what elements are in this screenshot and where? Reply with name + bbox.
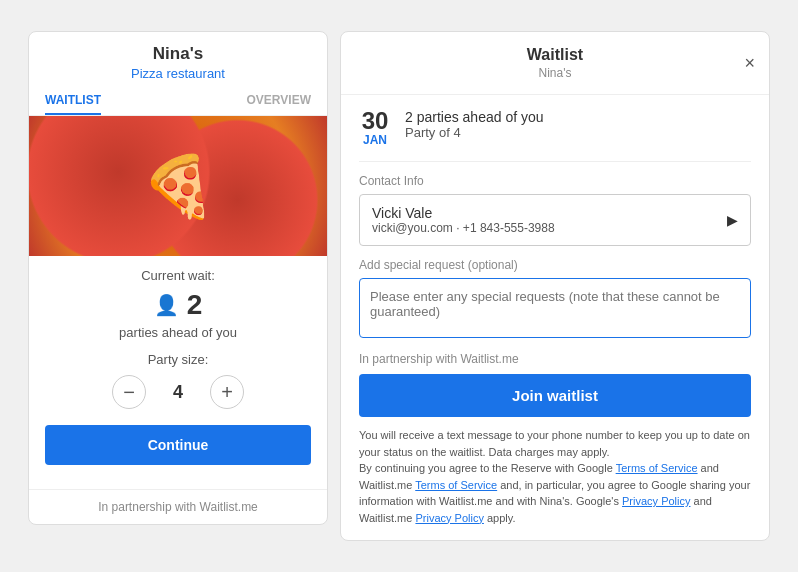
date-block: 30 JAN <box>359 109 391 147</box>
current-wait-label: Current wait: <box>45 268 311 283</box>
left-tabs: WAITLIST OVERVIEW <box>29 85 327 116</box>
right-header: Waitlist Nina's × <box>341 32 769 95</box>
contact-box[interactable]: Vicki Vale vicki@you.com · +1 843-555-39… <box>359 194 751 246</box>
privacy-policy-link-2[interactable]: Privacy Policy <box>415 512 483 524</box>
party-count: 4 <box>166 382 190 403</box>
special-request-label: Add special request (optional) <box>359 258 751 272</box>
party-of: Party of 4 <box>405 125 544 140</box>
date-month: JAN <box>359 133 391 147</box>
tab-waitlist[interactable]: WAITLIST <box>45 93 101 115</box>
legal-text-2: By continuing you agree to the Reserve w… <box>359 460 751 526</box>
right-subtitle: Nina's <box>527 66 583 80</box>
left-body: Current wait: 👤 2 parties ahead of you P… <box>29 256 327 489</box>
decrement-button[interactable]: − <box>112 375 146 409</box>
right-header-center: Waitlist Nina's <box>527 46 583 80</box>
left-header: Nina's Pizza restaurant <box>29 32 327 85</box>
continue-button[interactable]: Continue <box>45 425 311 465</box>
left-footer: In partnership with Waitlist.me <box>29 489 327 524</box>
terms-of-service-link-1[interactable]: Terms of Service <box>616 462 698 474</box>
terms-of-service-link-2[interactable]: Terms of Service <box>415 479 497 491</box>
date-info: 2 parties ahead of you Party of 4 <box>405 109 544 140</box>
restaurant-type: Pizza restaurant <box>37 66 319 81</box>
right-panel: Waitlist Nina's × 30 JAN 2 parties ahead… <box>340 31 770 541</box>
contact-label: Contact Info <box>359 174 751 188</box>
pizza-image: 🍕 <box>29 116 327 256</box>
restaurant-name: Nina's <box>37 44 319 64</box>
wait-number: 2 <box>187 289 203 321</box>
wait-count: 👤 2 <box>45 289 311 321</box>
legal-text-1: You will receive a text message to your … <box>359 427 751 460</box>
tab-overview[interactable]: OVERVIEW <box>247 93 311 115</box>
parties-count: 2 parties ahead of you <box>405 109 544 125</box>
parties-ahead-label: parties ahead of you <box>45 325 311 340</box>
special-request-textarea[interactable] <box>359 278 751 338</box>
right-body: 30 JAN 2 parties ahead of you Party of 4… <box>341 95 769 540</box>
contact-info-text: Vicki Vale vicki@you.com · +1 843-555-39… <box>372 205 555 235</box>
contact-arrow-icon[interactable]: ▶ <box>727 212 738 228</box>
left-panel: Nina's Pizza restaurant WAITLIST OVERVIE… <box>28 31 328 525</box>
pizza-img-inner: 🍕 <box>29 116 327 256</box>
date-row: 30 JAN 2 parties ahead of you Party of 4 <box>359 109 751 162</box>
close-button[interactable]: × <box>744 53 755 74</box>
partnership-text: In partnership with Waitlist.me <box>359 352 751 366</box>
right-title: Waitlist <box>527 46 583 64</box>
join-waitlist-button[interactable]: Join waitlist <box>359 374 751 417</box>
party-size-label: Party size: <box>45 352 311 367</box>
contact-name: Vicki Vale <box>372 205 555 221</box>
privacy-policy-link-1[interactable]: Privacy Policy <box>622 495 690 507</box>
person-icon: 👤 <box>154 293 179 317</box>
contact-details: vicki@you.com · +1 843-555-3988 <box>372 221 555 235</box>
increment-button[interactable]: + <box>210 375 244 409</box>
date-day: 30 <box>359 109 391 133</box>
party-size-control: − 4 + <box>45 375 311 409</box>
legal-text: You will receive a text message to your … <box>359 427 751 526</box>
